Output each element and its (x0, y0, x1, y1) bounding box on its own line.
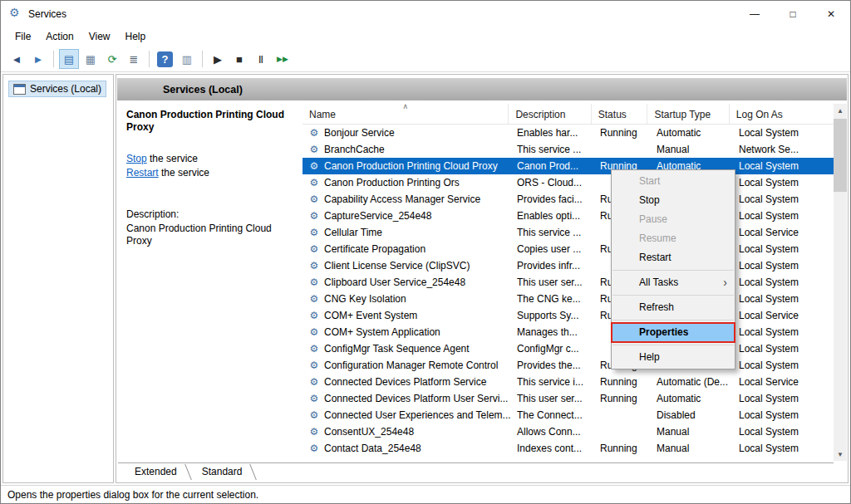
service-name: BranchCache (324, 141, 385, 158)
context-menu-item-resume: Resume (612, 229, 735, 248)
toolbar-forward-button[interactable]: ► (28, 49, 48, 69)
service-gear-icon: ⚙ (307, 228, 321, 237)
column-header-log-on-as[interactable]: Log On As (730, 104, 834, 124)
column-header-description[interactable]: Description (509, 104, 591, 124)
column-label-status: Status (598, 109, 627, 120)
service-gear-icon: ⚙ (307, 144, 321, 154)
context-menu-item-all-tasks[interactable]: All Tasks › (612, 273, 735, 292)
title-bar: ⚙ Services — □ ✕ (1, 1, 850, 27)
toolbar-restart-service-button[interactable]: ▶▶ (273, 49, 293, 69)
context-menu-item-properties[interactable]: Properties (612, 323, 735, 342)
service-row[interactable]: ⚙ Connected User Experiences and Telem..… (303, 407, 834, 423)
maximize-button[interactable]: □ (774, 1, 812, 27)
service-row[interactable]: ⚙ COM+ Event System Supports Sy... Runni… (303, 307, 834, 324)
tab-extended[interactable]: Extended (125, 463, 192, 481)
toolbar-back-button[interactable]: ◄ (7, 49, 27, 69)
service-name: CNG Key Isolation (324, 291, 406, 307)
service-row[interactable]: ⚙ CNG Key Isolation The CNG ke... Runnin… (303, 291, 834, 307)
service-name: Connected Devices Platform User Servi... (324, 390, 508, 407)
scrollbar-thumb[interactable] (834, 119, 847, 192)
service-description: This service i... (510, 374, 593, 390)
service-gear-icon: ⚙ (307, 244, 321, 254)
toolbar-export-list-button[interactable]: ≣ (124, 49, 144, 69)
service-name: Configuration Manager Remote Control (324, 357, 498, 374)
service-row[interactable]: ⚙ Canon Production Printing Ors ORS - Cl… (303, 174, 834, 191)
scroll-down-icon[interactable]: ▼ (834, 448, 847, 461)
menu-view[interactable]: View (81, 28, 118, 45)
column-header-name[interactable]: ∧ Name (303, 104, 509, 124)
service-row[interactable]: ⚙ (303, 457, 834, 461)
stop-service-link[interactable]: Stop (126, 153, 147, 164)
service-row[interactable]: ⚙ Client License Service (ClipSVC) Provi… (303, 257, 834, 274)
menubar: FileActionViewHelp (1, 27, 850, 46)
tab-extended-label: Extended (135, 466, 177, 477)
service-gear-icon: ⚙ (307, 311, 321, 321)
context-menu-label: Stop (639, 194, 660, 206)
service-logon: Local Service (732, 374, 834, 390)
menu-file[interactable]: File (7, 28, 38, 45)
service-row[interactable]: ⚙ Configuration Manager Remote Control P… (303, 357, 834, 374)
vertical-scrollbar: ▲ ▼ (834, 104, 847, 461)
service-row[interactable]: ⚙ CaptureService_254e48 Enables opti... … (303, 208, 834, 224)
service-logon: Local System (732, 208, 834, 224)
service-logon: Local System (732, 390, 834, 407)
toolbar-separator (202, 51, 203, 67)
submenu-arrow-icon: › (723, 273, 727, 292)
restart-service-link[interactable]: Restart (126, 167, 159, 179)
service-row[interactable]: ⚙ BranchCache This service ... Manual Ne… (303, 141, 834, 158)
tree-item-services-local[interactable]: Services (Local) (8, 81, 106, 97)
service-row[interactable]: ⚙ ConfigMgr Task Sequence Agent ConfigMg… (303, 340, 834, 357)
column-header-startup-type[interactable]: Startup Type (647, 104, 729, 124)
minimize-button[interactable]: — (735, 1, 774, 27)
toolbar-refresh-button[interactable]: ⟳ (102, 49, 122, 69)
service-row[interactable]: ⚙ Canon Production Printing Cloud Proxy … (303, 158, 834, 174)
tab-standard[interactable]: Standard (192, 463, 258, 481)
service-logon: Local System (732, 257, 834, 274)
toolbar-stop-service-button[interactable]: ■ (229, 49, 249, 69)
toolbar-window-list-button[interactable]: ▦ (81, 49, 101, 69)
service-description: Indexes cont... (510, 440, 593, 457)
service-logon: Local System (732, 241, 834, 257)
service-row[interactable]: ⚙ Bonjour Service Enables har... Running… (303, 125, 834, 141)
service-description: This user ser... (510, 274, 593, 291)
service-logon: Network Se... (732, 141, 834, 158)
context-menu-item-stop[interactable]: Stop (612, 191, 735, 210)
context-menu-item-restart[interactable]: Restart (612, 248, 735, 267)
service-gear-icon: ⚙ (307, 427, 321, 437)
scroll-up-icon[interactable]: ▲ (834, 104, 847, 117)
service-row[interactable]: ⚙ Contact Data_254e48 Indexes cont... Ru… (303, 440, 834, 457)
service-gear-icon: ⚙ (307, 128, 321, 138)
service-description: Supports Sy... (510, 307, 593, 324)
service-row[interactable]: ⚙ Certificate Propagation Copies user ..… (303, 241, 834, 257)
context-menu-item-refresh[interactable]: Refresh (612, 298, 735, 317)
service-row[interactable]: ⚙ Capability Access Manager Service Prov… (303, 191, 834, 208)
service-description: This service ... (510, 224, 593, 241)
service-rows: ⚙ Bonjour Service Enables har... Running… (303, 125, 834, 461)
menu-action[interactable]: Action (38, 28, 81, 45)
toolbar-start-service-button[interactable]: ▶ (208, 49, 228, 69)
service-row[interactable]: ⚙ Clipboard User Service_254e48 This use… (303, 274, 834, 291)
context-menu-item-help[interactable]: Help (612, 348, 735, 367)
service-row[interactable]: ⚙ ConsentUX_254e48 Allows Conn... Manual… (303, 423, 834, 440)
service-logon: Local System (732, 274, 834, 291)
service-gear-icon: ⚙ (307, 178, 321, 188)
toolbar-show-console-tree-button[interactable]: ▤ (59, 49, 79, 69)
service-row[interactable]: ⚙ Connected Devices Platform Service Thi… (303, 374, 834, 390)
close-button[interactable]: ✕ (812, 1, 850, 27)
services-list: ∧ Name Description Status Startup Type L… (303, 104, 834, 461)
service-description-block: Description: Canon Production Printing C… (126, 208, 293, 247)
toolbar-pause-service-button[interactable]: Ⅱ (251, 49, 271, 69)
service-row[interactable]: ⚙ Connected Devices Platform User Servi.… (303, 390, 834, 407)
toolbar-help-button[interactable]: ? (157, 51, 173, 67)
service-gear-icon: ⚙ (307, 360, 321, 370)
menu-help[interactable]: Help (118, 28, 154, 45)
service-row[interactable]: ⚙ COM+ System Application Manages th... … (303, 324, 834, 340)
service-logon: Local System (732, 423, 834, 440)
service-description: Copies user ... (510, 241, 593, 257)
service-description: Enables opti... (510, 208, 593, 224)
service-name: CaptureService_254e48 (324, 208, 431, 224)
column-header-status[interactable]: Status (592, 104, 648, 124)
toolbar-show-action-pane-button[interactable]: ▥ (177, 49, 197, 69)
toolbar-separator (149, 51, 150, 67)
service-row[interactable]: ⚙ Cellular Time This service ... Local S… (303, 224, 834, 241)
